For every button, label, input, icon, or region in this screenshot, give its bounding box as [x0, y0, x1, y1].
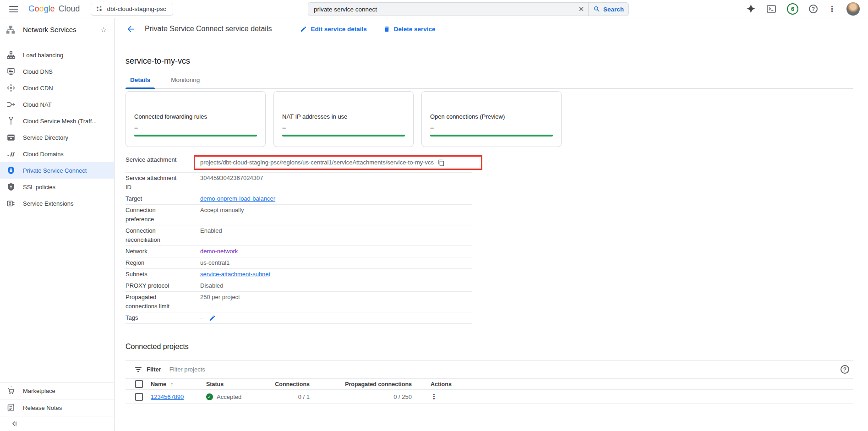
network-link[interactable]: demo-network: [200, 248, 238, 255]
sidebar-item-service-mesh[interactable]: Cloud Service Mesh (Traff...: [0, 113, 114, 129]
cloud-dns-icon: [6, 67, 15, 76]
card-value: –: [134, 124, 257, 131]
more-options-icon[interactable]: ⋮: [828, 5, 836, 13]
topbar-actions: 6 ? ⋮: [746, 2, 862, 16]
edit-service-button[interactable]: Edit service details: [300, 26, 366, 33]
kv-value: Enabled: [200, 226, 222, 235]
service-attachment-uri: projects/dbt-cloud-staging-psc/regions/u…: [200, 158, 434, 167]
sidebar-item-ssl-policies[interactable]: SSL policies: [0, 179, 114, 195]
sidebar-item-label: Service Directory: [23, 134, 68, 141]
project-name: dbt-cloud-staging-psc: [107, 5, 166, 12]
filter-projects-input[interactable]: Filter projects: [169, 366, 841, 373]
search-input[interactable]: [308, 6, 574, 13]
sidebar-item-label: SSL policies: [23, 184, 55, 191]
google-cloud-logo[interactable]: Google Cloud: [28, 4, 80, 14]
sidebar-item-cloud-cdn[interactable]: Cloud CDN: [0, 80, 114, 96]
avatar[interactable]: [846, 2, 860, 16]
kv-row-propagated-connections-limit: Propagated connections limit 250 per pro…: [126, 292, 472, 312]
sidebar-item-label: Cloud CDN: [23, 85, 53, 92]
sidebar-item-label: Marketplace: [23, 387, 55, 394]
sort-ascending-icon[interactable]: ↑: [170, 381, 174, 387]
sidebar-item-load-balancing[interactable]: Load balancing: [0, 47, 114, 63]
project-selector[interactable]: dbt-cloud-staging-psc: [91, 3, 173, 16]
kv-row-service-attachment: Service attachment projects/dbt-cloud-st…: [126, 154, 472, 173]
sidebar-item-release-notes[interactable]: Release Notes: [0, 399, 114, 416]
kv-label: Subnets: [126, 270, 200, 279]
metric-cards: Connected forwarding rules – NAT IP addr…: [126, 91, 853, 147]
kv-row-connection-reconciliation: Connection reconciliation Enabled: [126, 225, 472, 246]
ssl-shield-icon: [6, 183, 15, 191]
main-content: Private Service Connect service details …: [115, 18, 868, 431]
kv-label: Network: [126, 247, 200, 256]
column-header-connections[interactable]: Connections: [270, 381, 310, 387]
sidebar-item-label: Service Extensions: [23, 200, 74, 207]
cloud-domains-icon: [6, 150, 15, 158]
sidebar: Network Services ☆ Load balancing Cloud …: [0, 18, 115, 431]
column-header-name[interactable]: Name: [151, 381, 166, 387]
column-header-status[interactable]: Status: [206, 381, 270, 387]
select-all-checkbox[interactable]: [135, 380, 143, 388]
column-header-actions: Actions: [412, 381, 458, 387]
column-header-propagated-connections[interactable]: Propagated connections: [310, 381, 412, 387]
kv-value: 3044593042367024307: [200, 174, 263, 183]
search-button[interactable]: Search: [588, 3, 628, 16]
target-link[interactable]: demo-onprem-load-balancer: [200, 195, 275, 202]
back-arrow-icon[interactable]: [126, 24, 136, 34]
tab-details[interactable]: Details: [126, 76, 155, 88]
sidebar-footer: Marketplace Release Notes: [0, 382, 114, 431]
edit-tags-pencil-icon[interactable]: [209, 315, 216, 322]
favorite-star-icon[interactable]: ☆: [101, 26, 107, 34]
notifications-badge[interactable]: 6: [787, 3, 798, 15]
subnet-link[interactable]: service-attachment-subnet: [200, 271, 270, 278]
network-services-icon: [6, 25, 15, 34]
sidebar-item-cloud-domains[interactable]: Cloud Domains: [0, 146, 114, 162]
project-link[interactable]: 1234567890: [151, 393, 184, 400]
cloud-nat-icon: [6, 100, 15, 109]
load-balancing-icon: [6, 51, 15, 60]
card-sparkline-bar: [282, 135, 405, 136]
card-label: NAT IP addresses in use: [282, 113, 405, 120]
hamburger-menu-icon[interactable]: [9, 6, 18, 12]
kv-row-service-attachment-id: Service attachment ID 304459304236702430…: [126, 173, 472, 193]
release-notes-icon: [6, 404, 15, 412]
search-clear-icon[interactable]: ✕: [574, 5, 588, 13]
service-extensions-icon: [6, 199, 15, 208]
filter-icon: [135, 366, 142, 373]
sidebar-item-private-service-connect[interactable]: Private Service Connect: [0, 162, 114, 179]
kv-value: Disabled: [200, 281, 224, 290]
search-bar: ✕ Search: [308, 2, 629, 16]
gcp-console: Google Cloud dbt-cloud-staging-psc ✕ Sea…: [0, 0, 868, 431]
delete-service-label: Delete service: [394, 26, 436, 33]
row-checkbox[interactable]: [135, 393, 143, 401]
trash-icon: [383, 26, 390, 33]
help-icon[interactable]: ?: [809, 5, 818, 13]
kv-row-network: Network demo-network: [126, 246, 472, 257]
delete-service-button[interactable]: Delete service: [383, 26, 436, 33]
sidebar-item-service-extensions[interactable]: Service Extensions: [0, 195, 114, 212]
sidebar-item-label: Cloud DNS: [23, 68, 53, 75]
collapse-icon: [11, 420, 17, 427]
table-help-icon[interactable]: ?: [841, 365, 849, 374]
sidebar-item-cloud-dns[interactable]: Cloud DNS: [0, 63, 114, 80]
tab-monitoring[interactable]: Monitoring: [166, 76, 204, 88]
project-icon: [96, 5, 103, 12]
sidebar-item-label: Private Service Connect: [23, 167, 87, 174]
card-sparkline-bar: [134, 135, 257, 136]
sidebar-collapse-button[interactable]: [0, 416, 114, 431]
kv-row-target: Target demo-onprem-load-balancer: [126, 193, 472, 205]
gemini-icon[interactable]: [746, 4, 756, 14]
row-actions-menu-icon[interactable]: ⋮: [431, 393, 437, 400]
card-label: Open connections (Preview): [430, 113, 553, 120]
sidebar-item-cloud-nat[interactable]: Cloud NAT: [0, 96, 114, 113]
sidebar-item-label: Cloud Domains: [23, 151, 64, 158]
cloud-shell-icon[interactable]: [766, 4, 776, 14]
page-title: Private Service Connect service details: [145, 25, 272, 33]
kv-label: Region: [126, 258, 200, 267]
filter-label[interactable]: Filter: [147, 366, 161, 373]
project-table-row: 1234567890 ✓ Accepted 0 / 1 0 / 250 ⋮: [126, 390, 853, 404]
sidebar-item-service-directory[interactable]: Service Directory: [0, 129, 114, 146]
copy-icon[interactable]: [438, 159, 445, 166]
sidebar-item-marketplace[interactable]: Marketplace: [0, 382, 114, 399]
cloud-wordmark: Cloud: [59, 4, 80, 13]
search-icon: [593, 5, 601, 13]
